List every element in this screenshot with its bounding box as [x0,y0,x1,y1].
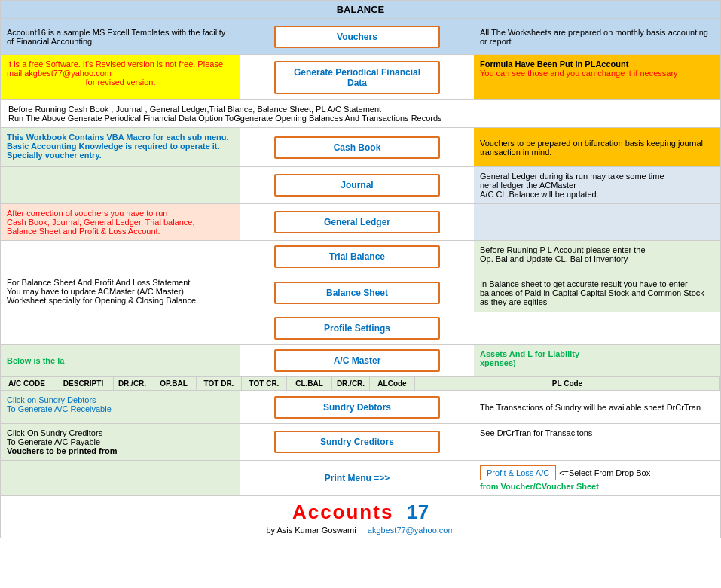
trial-balance-button[interactable]: Trial Balance [274,245,440,268]
journal-btn-cell: Journal [240,167,474,203]
acm-col3: DR./CR. [114,377,151,390]
debtors-left-2: To Generate A/C Receivable [7,404,112,413]
trial-left [1,241,240,273]
journal-button[interactable]: Journal [274,174,440,197]
profile-settings-button[interactable]: Profile Settings [274,317,440,340]
bs-right-text: In Balance sheet to get accurate result … [480,279,714,306]
debtors-right-text: The Transactions of Sundry will be avail… [480,403,701,412]
sundry-debtors-button[interactable]: Sundry Debtors [274,396,440,419]
cashbook-btn-cell: Cash Book [240,128,474,166]
acmaster-button[interactable]: A/C Master [274,349,440,372]
footer: Accounts 17 by Asis Kumar Goswami akgbes… [1,496,720,538]
print-menu-label: Print Menu =>> [325,473,390,483]
balance-label: BALANCE [337,4,385,15]
acm-col1: A/C CODE [1,377,53,390]
acmaster-col-headers: A/C CODE DESCRIPTI DR./CR. OP.BAL TOT DR… [1,377,720,391]
cashbook-right: Vouchers to be prepared on bifurcation b… [474,128,720,166]
generate-periodical-button[interactable]: Generate Periodical Financial Data [274,61,440,94]
acmaster-info-right: Assets And L for Liability xpenses) [474,345,720,376]
bs-right: In Balance sheet to get accurate result … [474,273,720,312]
trial-right-2: Op. Bal and Update CL. Bal of Inventory [480,254,628,264]
cashbook-right-text: Vouchers to be prepared on bifurcation b… [480,139,714,157]
journal-left [1,167,240,203]
sundry-creditors-button[interactable]: Sundry Creditors [274,431,440,453]
acmaster-btn-cell: A/C Master [240,345,474,376]
profile-btn-cell: Profile Settings [240,312,474,344]
profile-right [474,312,720,344]
gl-left-1: After correction of vouchers you have to… [7,209,167,218]
debtors-left: Click on Sundry Debtors To Generate A/C … [1,391,240,423]
trial-right: Before Ruuning P L Account please enter … [474,241,720,273]
debtors-left-1: Click on Sundry Debtors [7,395,96,404]
creditors-left-3: Vouchers to be printed from [7,446,117,455]
journal-right-2: neral ledger the ACMaster [480,181,576,190]
cashbook-button[interactable]: Cash Book [274,136,440,159]
gl-left-3: Balance Sheet and Profit & Loss Account. [7,227,160,236]
print-mid: Print Menu =>> [240,461,474,495]
profit-loss-button[interactable]: Profit & Loss A/C [480,465,556,480]
acm-col7: CL.BAL [287,377,332,390]
bs-left-3: Worksheet specially for Opening & Closin… [7,296,196,305]
accounts-number: 17 [407,501,429,523]
acm-col10: PL Code [415,377,720,390]
by-name: by Asis Kumar Goswami [266,526,356,535]
row2-left: It is a free Software. It's Revised vers… [1,55,240,99]
info-text: Before Running Cash Book , Journal , Gen… [1,100,720,128]
gen-periodical-btn-cell: Generate Periodical Financial Data [240,55,474,99]
creditors-left-1: Click On Sundry Creditors [7,428,102,437]
acmaster-info-right-1: Assets And L for Liability [480,349,579,358]
vouchers-button[interactable]: Vouchers [274,26,440,48]
cashbook-left: This Workbook Contains VBA Macro for eac… [1,128,240,166]
journal-right-1: General Ledger during its run may take s… [480,172,664,181]
acm-col2: DESCRIPTI [53,377,114,390]
acm-col5: TOT DR. [197,377,242,390]
debtors-right: The Transactions of Sundry will be avail… [474,391,720,423]
bs-btn-cell: Balance Sheet [240,273,474,312]
vouchers-btn-cell: Vouchers [240,19,474,54]
acm-col9: ALCode [370,377,415,390]
general-ledger-button[interactable]: General Ledger [274,211,440,233]
print-left [1,461,240,495]
print-right: Profit & Loss A/C <=Select From Drop Box… [474,461,720,495]
cashbook-left-text: This Workbook Contains VBA Macro for eac… [7,133,234,160]
info-line2: Run The Above Generate Periodical Financ… [8,114,713,123]
creditors-left: Click On Sundry Creditors To Generate A/… [1,424,240,460]
print-right-line2: from Voucher/CVoucher Sheet [480,482,599,491]
row2-left-line1: It is a free Software. It's Revised vers… [7,59,234,78]
acm-col6: TOT CR. [242,377,287,390]
bs-left-1: For Balance Sheet And Profit And Loss St… [7,278,190,287]
gl-btn-cell: General Ledger [240,204,474,240]
row2-right-line1: Formula Have Been Put In PLAccount [480,59,628,69]
trial-right-1: Before Ruuning P L Account please enter … [480,245,646,254]
acm-col4: OP.BAL [151,377,197,390]
row1-right: All The Worksheets are prepared on month… [474,19,720,54]
row1-left: Account16 is a sample MS Excell Template… [1,19,240,54]
bs-left-2: You may have to update ACMaster (A/C Mas… [7,287,184,296]
trial-btn-cell: Trial Balance [240,241,474,273]
creditors-left-2: To Generate A/C Payable [7,437,100,446]
gl-left-2: Cash Book, Journal, General Ledger, Tria… [7,218,194,227]
debtors-btn-cell: Sundry Debtors [240,391,474,423]
acm-col8: DR./CR. [332,377,370,390]
gl-right [474,204,720,240]
bs-left: For Balance Sheet And Profit And Loss St… [1,273,240,312]
acmaster-info-right-2: xpenses) [480,358,516,367]
journal-right: General Ledger during its run may take s… [474,167,720,203]
row2-right-line2: You can see those and you can change it … [480,69,678,78]
creditors-btn-cell: Sundry Creditors [240,424,474,460]
balance-sheet-button[interactable]: Balance Sheet [274,282,440,304]
accounts-title: Accounts [292,501,393,523]
balance-header: BALANCE [1,1,720,19]
row2-right: Formula Have Been Put In PLAccount You c… [474,55,720,99]
creditors-right: See DrCrTran for Transacitons [474,424,720,460]
select-dropdown-text: <=Select From Drop Box [559,468,650,477]
row2-left-line2: for revised version. [7,78,234,87]
acmaster-info-left: Below is the la [1,345,240,376]
gl-left: After correction of vouchers you have to… [1,204,240,240]
footer-email: akgbest77@yahoo.com [368,526,455,535]
profile-left [1,312,240,344]
creditors-right-1: See DrCrTran for Transacitons [480,428,592,437]
info-line1: Before Running Cash Book , Journal , Gen… [8,105,713,114]
journal-right-3: A/C CL.Balance will be updated. [480,190,599,199]
